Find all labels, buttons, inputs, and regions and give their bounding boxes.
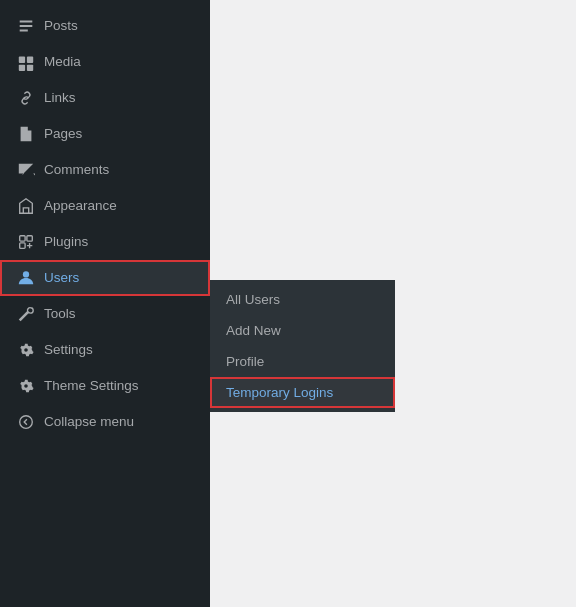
submenu-item-temporary-logins[interactable]: Temporary Logins [210,377,395,408]
svg-rect-2 [19,65,25,71]
svg-rect-5 [27,236,32,241]
svg-rect-1 [27,57,33,63]
submenu-item-profile[interactable]: Profile [210,346,395,377]
sidebar-item-label: Posts [44,17,198,36]
sidebar-item-collapse[interactable]: Collapse menu [0,404,210,440]
submenu-item-add-new[interactable]: Add New [210,315,395,346]
sidebar-item-label: Plugins [44,233,198,252]
svg-rect-4 [20,236,25,241]
svg-rect-6 [20,243,25,248]
sidebar: Posts Media Links Pages Comments Appeara… [0,0,210,607]
posts-icon [16,16,36,36]
svg-point-7 [23,271,29,277]
sidebar-item-media[interactable]: Media [0,44,210,80]
sidebar-item-settings[interactable]: Settings [0,332,210,368]
comments-icon [16,160,36,180]
theme-settings-icon [16,376,36,396]
appearance-icon [16,196,36,216]
settings-icon [16,340,36,360]
media-icon [16,52,36,72]
users-submenu: All Users Add New Profile Temporary Logi… [210,280,395,412]
sidebar-item-label: Collapse menu [44,413,198,432]
sidebar-item-label: Comments [44,161,198,180]
sidebar-item-label: Media [44,53,198,72]
sidebar-item-appearance[interactable]: Appearance [0,188,210,224]
links-icon [16,88,36,108]
pages-icon [16,124,36,144]
submenu-item-all-users[interactable]: All Users [210,284,395,315]
collapse-icon [16,412,36,432]
sidebar-item-plugins[interactable]: Plugins [0,224,210,260]
sidebar-item-posts[interactable]: Posts [0,8,210,44]
sidebar-item-label: Pages [44,125,198,144]
sidebar-item-label: Links [44,89,198,108]
users-icon [16,268,36,288]
sidebar-item-tools[interactable]: Tools [0,296,210,332]
sidebar-item-theme-settings[interactable]: Theme Settings [0,368,210,404]
plugins-icon [16,232,36,252]
sidebar-item-label: Theme Settings [44,377,198,396]
tools-icon [16,304,36,324]
sidebar-item-users[interactable]: Users [0,260,210,296]
sidebar-item-comments[interactable]: Comments [0,152,210,188]
sidebar-item-label: Tools [44,305,198,324]
sidebar-item-label: Appearance [44,197,198,216]
svg-rect-3 [27,65,33,71]
sidebar-item-links[interactable]: Links [0,80,210,116]
svg-rect-0 [19,57,25,63]
svg-point-8 [20,416,33,429]
sidebar-item-label: Users [44,269,198,288]
sidebar-item-pages[interactable]: Pages [0,116,210,152]
sidebar-item-label: Settings [44,341,198,360]
